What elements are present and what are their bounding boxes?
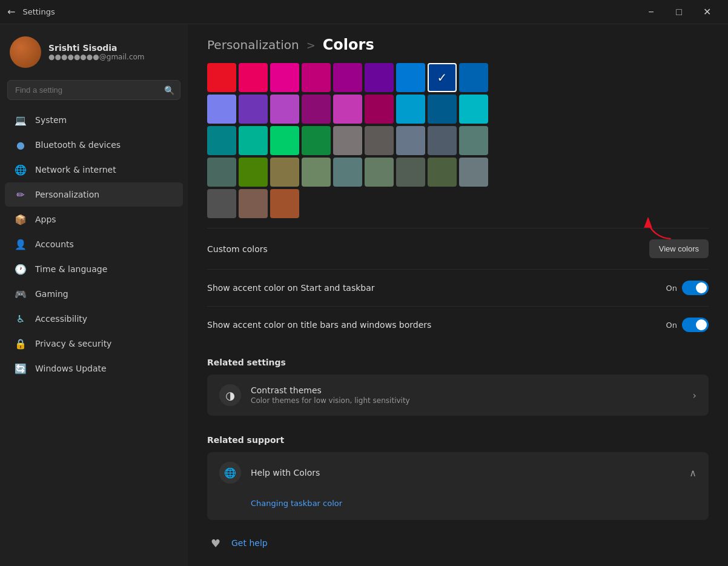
color-swatch[interactable] <box>396 95 425 124</box>
get-help-row[interactable]: ♥ Get help <box>188 525 728 561</box>
sidebar-item-time[interactable]: 🕐 Time & language <box>5 257 183 281</box>
chevron-right-icon: › <box>693 390 697 401</box>
color-swatch[interactable] <box>365 63 394 92</box>
breadcrumb-parent[interactable]: Personalization <box>207 38 299 52</box>
color-swatch[interactable] <box>302 158 331 187</box>
accent-start-toggle-container: On <box>666 281 709 295</box>
custom-colors-label: Custom colors <box>207 244 268 254</box>
accent-start-taskbar-row: Show accent color on Start and taskbar O… <box>207 269 709 306</box>
color-swatch[interactable] <box>302 63 331 92</box>
get-help-icon: ♥ <box>207 534 224 551</box>
color-swatch[interactable] <box>239 126 268 155</box>
changing-taskbar-link[interactable]: Changing taskbar color <box>251 499 342 508</box>
color-swatch[interactable] <box>396 63 425 92</box>
toggle-slider <box>682 281 709 295</box>
sidebar-item-system[interactable]: 💻 System <box>5 108 183 132</box>
color-swatch[interactable] <box>207 63 236 92</box>
color-swatch[interactable] <box>396 158 425 187</box>
sidebar-item-apps[interactable]: 📦 Apps <box>5 207 183 231</box>
color-swatch[interactable] <box>365 158 394 187</box>
contrast-themes-row[interactable]: ◑ Contrast themes Color themes for low v… <box>207 375 709 416</box>
sidebar-item-label: Time & language <box>35 264 107 274</box>
color-swatch[interactable] <box>239 158 268 187</box>
color-swatch[interactable] <box>396 126 425 155</box>
color-swatch[interactable] <box>428 158 457 187</box>
color-swatch[interactable] <box>239 189 268 218</box>
sidebar-item-label: Gaming <box>35 289 68 299</box>
color-swatch[interactable] <box>459 126 488 155</box>
color-swatch[interactable] <box>207 95 236 124</box>
color-swatch[interactable] <box>333 158 362 187</box>
accent-start-toggle[interactable] <box>682 281 709 295</box>
close-button[interactable]: ✕ <box>693 2 721 22</box>
toggle-slider <box>682 318 709 332</box>
color-swatch[interactable] <box>270 189 299 218</box>
color-swatch[interactable] <box>302 126 331 155</box>
color-swatch[interactable] <box>459 63 488 92</box>
page-header: Personalization > Colors <box>188 24 728 63</box>
color-swatch[interactable] <box>333 95 362 124</box>
gaming-icon: 🎮 <box>15 288 27 300</box>
color-swatch[interactable] <box>239 95 268 124</box>
color-swatch[interactable] <box>333 126 362 155</box>
sidebar-item-personalization[interactable]: ✏ Personalization <box>5 182 183 207</box>
contrast-themes-subtitle: Color themes for low vision, light sensi… <box>251 396 683 405</box>
sidebar-item-network[interactable]: 🌐 Network & internet <box>5 158 183 182</box>
color-swatch[interactable] <box>270 95 299 124</box>
sidebar-item-label: Windows Update <box>35 364 107 373</box>
color-swatch[interactable] <box>302 95 331 124</box>
color-swatch[interactable] <box>428 95 457 124</box>
color-swatch[interactable] <box>207 158 236 187</box>
avatar <box>10 36 41 68</box>
apps-icon: 📦 <box>15 213 27 225</box>
user-profile[interactable]: Srishti Sisodia ●●●●●●●●@gmail.com <box>0 24 188 80</box>
time-icon: 🕐 <box>15 263 27 275</box>
search-input[interactable] <box>7 80 180 100</box>
accounts-icon: 👤 <box>15 238 27 250</box>
help-icon: 🌐 <box>219 462 241 484</box>
help-card: 🌐 Help with Colors ∧ Changing taskbar co… <box>207 452 709 520</box>
network-icon: 🌐 <box>15 164 27 176</box>
sidebar-item-update[interactable]: 🔄 Windows Update <box>5 356 183 381</box>
color-row <box>207 158 709 187</box>
bluetooth-icon: ● <box>15 139 27 151</box>
update-icon: 🔄 <box>15 362 27 375</box>
color-swatch[interactable] <box>428 63 457 92</box>
sidebar-item-gaming[interactable]: 🎮 Gaming <box>5 282 183 306</box>
maximize-button[interactable]: □ <box>665 2 693 22</box>
sidebar-item-accounts[interactable]: 👤 Accounts <box>5 232 183 256</box>
color-swatch[interactable] <box>207 189 236 218</box>
help-with-colors-header[interactable]: 🌐 Help with Colors ∧ <box>207 452 709 493</box>
sidebar-item-accessibility[interactable]: ♿ Accessibility <box>5 307 183 331</box>
sidebar-item-privacy[interactable]: 🔒 Privacy & security <box>5 331 183 356</box>
color-swatch[interactable] <box>459 158 488 187</box>
toggle-1-state: On <box>666 321 677 330</box>
color-swatch[interactable] <box>365 95 394 124</box>
titlebar-title: Settings <box>22 7 55 16</box>
sidebar-item-label: System <box>35 115 67 125</box>
color-swatch[interactable] <box>239 63 268 92</box>
back-icon[interactable]: ← <box>7 6 15 18</box>
user-email: ●●●●●●●●@gmail.com <box>48 53 145 61</box>
breadcrumb-current: Colors <box>323 36 374 53</box>
color-row <box>207 63 709 92</box>
personalization-icon: ✏ <box>15 188 27 201</box>
sidebar-item-bluetooth[interactable]: ● Bluetooth & devices <box>5 133 183 157</box>
color-row <box>207 95 709 124</box>
related-support-heading: Related support <box>188 421 728 452</box>
accent-titlebar-toggle[interactable] <box>682 318 709 332</box>
color-swatch[interactable] <box>459 95 488 124</box>
minimize-button[interactable]: − <box>637 2 665 22</box>
color-swatch[interactable] <box>270 126 299 155</box>
view-colors-button[interactable]: View colors <box>649 239 709 258</box>
color-swatch[interactable] <box>365 126 394 155</box>
get-help-label: Get help <box>231 538 268 548</box>
toggle-0-state: On <box>666 284 677 293</box>
color-swatch[interactable] <box>333 63 362 92</box>
expand-icon: ∧ <box>689 467 697 479</box>
color-swatch[interactable] <box>270 158 299 187</box>
color-swatch[interactable] <box>270 63 299 92</box>
color-swatch[interactable] <box>207 126 236 155</box>
color-swatch[interactable] <box>428 126 457 155</box>
color-grid <box>207 63 709 218</box>
